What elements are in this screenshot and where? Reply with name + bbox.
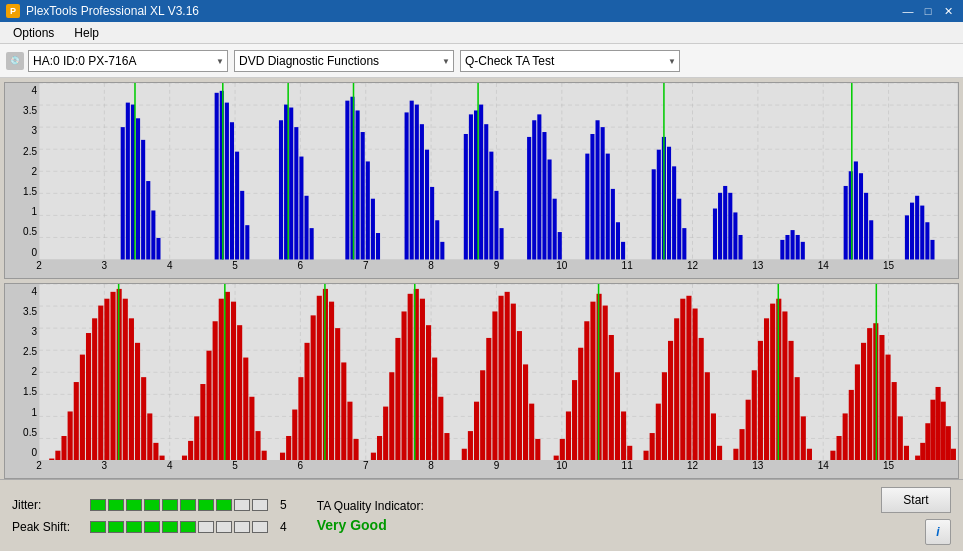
svg-rect-270 (879, 334, 884, 460)
svg-rect-191 (347, 401, 352, 460)
svg-rect-27 (136, 118, 140, 259)
x-label-bot-3: 3 (102, 460, 108, 471)
svg-rect-182 (292, 409, 297, 460)
svg-rect-237 (656, 403, 661, 460)
x-label-top-4: 4 (167, 260, 173, 271)
x-label-bot-7: 7 (363, 460, 369, 471)
svg-rect-86 (611, 189, 615, 260)
svg-rect-30 (151, 210, 155, 259)
app-title: PlexTools Professional XL V3.16 (26, 4, 199, 18)
svg-rect-176 (249, 396, 254, 460)
svg-rect-41 (279, 120, 283, 259)
x-label-bot-13: 13 (752, 460, 763, 471)
start-button[interactable]: Start (881, 487, 951, 513)
svg-rect-36 (230, 122, 234, 259)
maximize-button[interactable]: □ (919, 3, 937, 19)
svg-rect-171 (219, 298, 224, 460)
y-label-top-25: 2.5 (23, 146, 37, 157)
test-select[interactable]: Q-Check TA Test (460, 50, 680, 72)
svg-rect-178 (262, 450, 267, 460)
svg-rect-263 (836, 435, 841, 460)
menu-options[interactable]: Options (4, 23, 63, 43)
peak-shift-bar (90, 521, 268, 533)
y-label-bot-0: 0 (31, 447, 37, 458)
peak-seg-3 (126, 521, 142, 533)
svg-rect-185 (311, 315, 316, 460)
minimize-button[interactable]: — (899, 3, 917, 19)
peak-shift-label: Peak Shift: (12, 520, 82, 534)
svg-rect-259 (801, 416, 806, 460)
drive-select[interactable]: HA:0 ID:0 PX-716A (28, 50, 228, 72)
x-label-top-10: 10 (556, 260, 567, 271)
window-controls: — □ ✕ (899, 3, 957, 19)
svg-rect-220 (535, 438, 540, 460)
svg-rect-153 (98, 305, 103, 460)
jitter-bar (90, 499, 268, 511)
menu-help[interactable]: Help (65, 23, 108, 43)
y-label-bot-25: 2.5 (23, 346, 37, 357)
toolbar: 💿 HA:0 ID:0 PX-716A DVD Diagnostic Funct… (0, 44, 963, 78)
svg-rect-44 (294, 127, 298, 259)
svg-rect-116 (910, 203, 914, 260)
x-label-top-2: 2 (36, 260, 42, 271)
svg-rect-43 (289, 108, 293, 260)
svg-rect-246 (711, 413, 716, 460)
x-label-top-7: 7 (363, 260, 369, 271)
peak-seg-6 (180, 521, 196, 533)
svg-rect-155 (110, 291, 115, 460)
y-label-top-3: 3 (31, 125, 37, 136)
svg-rect-236 (650, 433, 655, 460)
svg-rect-225 (578, 347, 583, 460)
x-label-top-12: 12 (687, 260, 698, 271)
svg-rect-113 (869, 220, 873, 259)
svg-rect-120 (930, 240, 934, 260)
svg-rect-85 (606, 154, 610, 260)
svg-rect-159 (135, 342, 140, 460)
title-bar: P PlexTools Professional XL V3.16 — □ ✕ (0, 0, 963, 22)
x-label-bot-12: 12 (687, 460, 698, 471)
jitter-seg-10 (252, 499, 268, 511)
x-label-top-11: 11 (622, 260, 633, 271)
svg-rect-149 (74, 382, 79, 460)
peak-seg-5 (162, 521, 178, 533)
svg-rect-257 (788, 340, 793, 460)
close-button[interactable]: ✕ (939, 3, 957, 19)
jitter-seg-6 (180, 499, 196, 511)
svg-rect-146 (55, 450, 60, 460)
svg-rect-101 (733, 212, 737, 259)
svg-rect-152 (92, 318, 97, 460)
svg-rect-254 (770, 303, 775, 460)
x-label-bot-14: 14 (818, 460, 829, 471)
svg-rect-87 (616, 222, 620, 259)
svg-rect-115 (905, 215, 909, 259)
drive-icon: 💿 (6, 52, 24, 70)
svg-rect-190 (341, 362, 346, 460)
svg-rect-168 (200, 384, 205, 460)
svg-rect-112 (864, 193, 868, 260)
svg-rect-99 (723, 186, 727, 260)
peak-shift-value: 4 (280, 520, 287, 534)
function-select[interactable]: DVD Diagnostic Functions (234, 50, 454, 72)
svg-rect-94 (677, 199, 681, 260)
svg-rect-256 (782, 311, 787, 460)
svg-rect-59 (415, 105, 419, 260)
svg-rect-174 (237, 325, 242, 460)
ta-quality-label: TA Quality Indicator: (317, 499, 424, 513)
svg-rect-169 (206, 350, 211, 460)
metrics-section: Jitter: 5 Peak Shift: (12, 498, 287, 534)
svg-rect-100 (728, 193, 732, 260)
svg-rect-204 (432, 357, 437, 460)
svg-rect-47 (310, 228, 314, 259)
y-label-bot-4: 4 (31, 286, 37, 297)
svg-rect-253 (764, 318, 769, 460)
info-button[interactable]: i (925, 519, 951, 545)
jitter-seg-3 (126, 499, 142, 511)
jitter-seg-1 (90, 499, 106, 511)
svg-rect-213 (492, 311, 497, 460)
svg-rect-37 (235, 152, 239, 260)
svg-rect-167 (194, 416, 199, 460)
y-label-bot-35: 3.5 (23, 306, 37, 317)
svg-rect-242 (686, 295, 691, 460)
x-label-top-6: 6 (298, 260, 304, 271)
svg-rect-273 (898, 416, 903, 460)
